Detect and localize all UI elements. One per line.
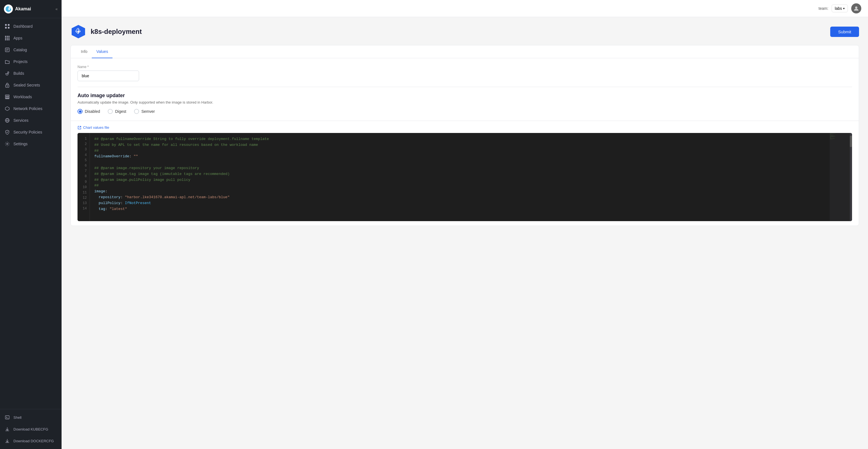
sidebar-item-label: Sealed Secrets — [13, 83, 40, 87]
download-dockercfg-icon — [4, 438, 10, 444]
akamai-logo-icon — [4, 4, 13, 13]
name-input[interactable] — [78, 70, 139, 81]
sidebar-bottom: Shell Download KUBECFG Download DOCKERCF… — [0, 409, 62, 449]
svg-point-35 — [78, 31, 79, 32]
svg-rect-21 — [5, 95, 9, 96]
team-label: team: — [818, 6, 828, 11]
projects-icon — [4, 59, 10, 64]
k8s-app-icon — [70, 24, 86, 39]
sidebar-item-label: Workloads — [13, 95, 32, 99]
tab-values[interactable]: Values — [92, 46, 113, 58]
sealed-secrets-icon — [4, 82, 10, 88]
chart-values-link[interactable]: Chart values file — [78, 125, 852, 129]
logo: Akamai — [4, 4, 31, 13]
sidebar-item-label: Shell — [13, 415, 22, 420]
line-numbers: 12345 678910 11121314 — [78, 133, 90, 221]
name-label: Name * — [78, 65, 852, 69]
submit-button[interactable]: Submit — [830, 27, 859, 37]
app-header: k8s-deployment Submit — [70, 24, 859, 39]
sidebar-item-label: Download KUBECFG — [13, 427, 48, 431]
collapse-button[interactable]: « — [55, 7, 58, 11]
radio-semver[interactable]: Semver — [134, 109, 155, 114]
sidebar-item-projects[interactable]: Projects — [0, 56, 62, 67]
scrollbar-track — [850, 133, 852, 221]
main-content: team: labs ▾ k8s-deployment — [62, 0, 868, 449]
radio-semver-circle — [134, 109, 139, 114]
top-header: team: labs ▾ — [62, 0, 868, 17]
sidebar-nav: Dashboard Apps Catalog Projects — [0, 18, 62, 409]
sidebar-item-builds[interactable]: Builds — [0, 67, 62, 79]
builds-icon — [4, 70, 10, 76]
svg-rect-23 — [5, 98, 9, 99]
sidebar-item-catalog[interactable]: Catalog — [0, 44, 62, 56]
radio-digest-label: Digest — [115, 109, 126, 114]
services-icon — [4, 118, 10, 123]
sidebar-item-label: Network Policies — [13, 107, 42, 111]
svg-rect-3 — [5, 27, 7, 29]
network-policies-icon — [4, 106, 10, 112]
code-content: ## @param fullnameOverride String to ful… — [90, 133, 830, 221]
svg-rect-6 — [7, 36, 8, 37]
code-section: Chart values file 12345 678910 11121314 … — [71, 121, 859, 226]
radio-disabled[interactable]: Disabled — [78, 109, 100, 114]
svg-rect-11 — [5, 39, 6, 40]
radio-digest[interactable]: Digest — [108, 109, 126, 114]
sidebar-item-download-kubecfg[interactable]: Download KUBECFG — [0, 423, 62, 435]
apps-icon — [4, 35, 10, 41]
app-title-group: k8s-deployment — [70, 24, 142, 39]
page-content: k8s-deployment Submit Info Values Name * — [62, 17, 868, 449]
sidebar-item-services[interactable]: Services — [0, 115, 62, 126]
radio-semver-label: Semver — [141, 109, 155, 114]
sidebar-item-settings[interactable]: Settings — [0, 138, 62, 150]
svg-point-33 — [855, 6, 857, 9]
catalog-icon — [4, 47, 10, 53]
sidebar-item-label: Catalog — [13, 48, 27, 52]
radio-disabled-circle — [78, 109, 83, 114]
auto-image-title: Auto image updater — [78, 93, 852, 98]
chart-values-label: Chart values file — [83, 125, 109, 129]
security-policies-icon — [4, 129, 10, 135]
tab-info[interactable]: Info — [76, 46, 92, 58]
svg-rect-2 — [8, 24, 9, 26]
dashboard-icon — [4, 24, 10, 29]
svg-rect-1 — [5, 24, 7, 26]
download-kubecfg-icon — [4, 426, 10, 432]
sidebar-item-dashboard[interactable]: Dashboard — [0, 21, 62, 32]
user-avatar[interactable] — [851, 3, 861, 13]
main-card: Info Values Name * Auto image updater Au… — [70, 45, 859, 226]
svg-rect-5 — [5, 36, 6, 37]
sidebar-item-label: Dashboard — [13, 24, 33, 29]
sidebar-item-label: Services — [13, 118, 29, 123]
sidebar-header: Akamai « — [0, 0, 62, 18]
sidebar-item-shell[interactable]: Shell — [0, 412, 62, 423]
sidebar: Akamai « Dashboard Apps Catalog — [0, 0, 62, 449]
sidebar-item-label: Settings — [13, 142, 28, 146]
auto-image-radio-group: Disabled Digest Semver — [78, 109, 852, 114]
radio-digest-circle — [108, 109, 113, 114]
sidebar-item-label: Apps — [13, 36, 22, 40]
svg-rect-9 — [7, 37, 8, 39]
brand-name: Akamai — [15, 6, 31, 11]
name-field-group: Name * — [78, 65, 852, 81]
svg-rect-13 — [8, 39, 9, 40]
svg-point-20 — [7, 86, 8, 87]
sidebar-item-label: Security Policies — [13, 130, 42, 134]
sidebar-item-download-dockercfg[interactable]: Download DOCKERCFG — [0, 435, 62, 447]
form-area: Name * Auto image updater Automatically … — [71, 58, 859, 121]
workloads-icon — [4, 94, 10, 100]
sidebar-item-label: Builds — [13, 71, 24, 76]
editor-minimap: ## @param fullnameOverride...## Used by … — [830, 133, 852, 221]
code-editor[interactable]: 12345 678910 11121314 ## @param fullname… — [78, 133, 852, 221]
sidebar-item-sealed-secrets[interactable]: Sealed Secrets — [0, 79, 62, 91]
chevron-down-icon: ▾ — [843, 7, 845, 10]
sidebar-item-workloads[interactable]: Workloads — [0, 91, 62, 103]
shell-icon — [4, 415, 10, 420]
sidebar-item-security-policies[interactable]: Security Policies — [0, 126, 62, 138]
team-name: labs — [835, 6, 842, 11]
scrollbar-thumb[interactable] — [850, 136, 852, 147]
sidebar-item-network-policies[interactable]: Network Policies — [0, 103, 62, 115]
svg-rect-7 — [8, 36, 9, 37]
settings-icon — [4, 141, 10, 147]
team-selector[interactable]: labs ▾ — [832, 4, 848, 12]
sidebar-item-apps[interactable]: Apps — [0, 32, 62, 44]
